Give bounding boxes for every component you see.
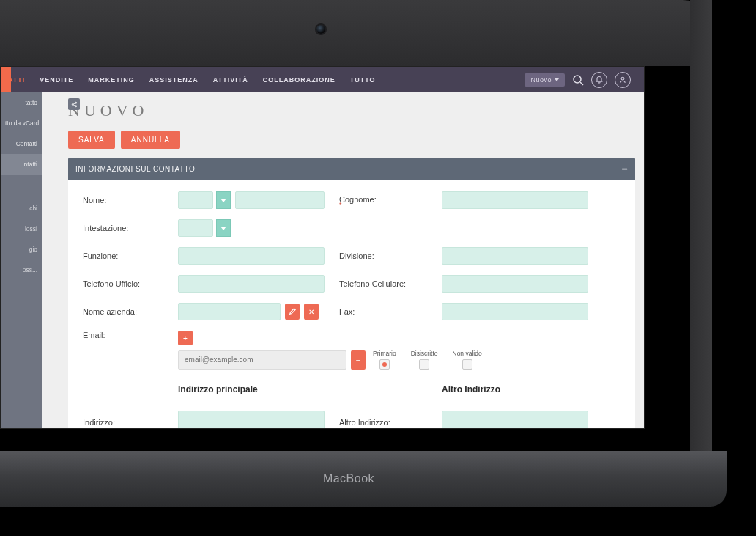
sb-vcard[interactable]: tto da vCard xyxy=(1,113,42,133)
email-add-icon[interactable]: + xyxy=(178,331,193,345)
action-row: SALVA ANNULLA xyxy=(42,131,644,158)
intestazione-dropdown-icon[interactable] xyxy=(216,219,231,237)
sb-blank[interactable] xyxy=(1,185,42,198)
sb-contatto[interactable]: tatto xyxy=(1,92,42,113)
intestazione-field[interactable] xyxy=(178,219,213,237)
svg-line-1 xyxy=(580,82,583,85)
fax-input[interactable] xyxy=(442,303,588,320)
azienda-edit-icon[interactable] xyxy=(285,304,300,320)
azienda-clear-icon[interactable]: ✕ xyxy=(304,304,319,320)
save-button[interactable]: SALVA xyxy=(68,131,115,149)
nonvalido-col: Non valido xyxy=(453,350,482,370)
sidebar: tatto tto da vCard Contatti ntatti chi l… xyxy=(1,92,42,428)
disiscritto-col: Disiscritto xyxy=(411,350,438,370)
laptop-frame: ATTI VENDITE MARKETING ASSISTENZA ATTIVI… xyxy=(0,0,756,536)
label-divisione: Divisione: xyxy=(339,252,427,260)
top-nav: ATTI VENDITE MARKETING ASSISTENZA ATTIVI… xyxy=(1,67,644,92)
label-nome: Nome: xyxy=(83,196,163,205)
email-row: – Primario Disiscritto xyxy=(178,350,482,370)
body: tatto tto da vCard Contatti ntatti chi l… xyxy=(1,92,644,428)
salutation-dropdown-icon[interactable] xyxy=(216,191,231,209)
nav-left: ATTI VENDITE MARKETING ASSISTENZA ATTIVI… xyxy=(1,76,383,84)
azienda-row: ✕ xyxy=(178,303,325,320)
laptop-bezel-right xyxy=(690,0,712,458)
panel-body: Nome: Cognome: xyxy=(68,180,635,428)
nav-vendite[interactable]: VENDITE xyxy=(32,76,81,84)
section-altro-indirizzo: Altro Indirizzo xyxy=(442,384,588,394)
email-remove-icon[interactable]: – xyxy=(351,350,366,370)
nome-group xyxy=(178,191,325,209)
altroind-input[interactable] xyxy=(442,411,588,428)
telcell-input[interactable] xyxy=(442,275,588,293)
sb-contatti[interactable]: Contatti xyxy=(1,133,42,154)
salutation-field[interactable] xyxy=(178,191,213,209)
nav-assistenza[interactable]: ASSISTENZA xyxy=(142,76,206,84)
svg-point-0 xyxy=(574,76,581,83)
label-funzione: Funzione: xyxy=(83,252,163,260)
label-cognome-text: Cognome: xyxy=(339,195,377,204)
label-telufficio: Telefono Ufficio: xyxy=(83,279,163,288)
main-content: NUOVO SALVA ANNULLA INFORMAZIONI SUL CON… xyxy=(42,92,644,428)
nav-attivita[interactable]: ATTIVITÀ xyxy=(206,76,256,84)
new-button-label: Nuovo xyxy=(530,76,552,84)
laptop-deck: MacBook xyxy=(0,451,727,507)
cognome-input[interactable] xyxy=(442,191,588,209)
sb-oss[interactable]: oss... xyxy=(1,260,42,280)
laptop-brand-label: MacBook xyxy=(323,472,374,485)
label-telcell: Telefono Cellulare: xyxy=(339,279,427,288)
nonvalido-checkbox[interactable] xyxy=(462,359,472,370)
label-primario: Primario xyxy=(373,350,396,357)
new-button[interactable]: Nuovo xyxy=(525,73,565,87)
label-indirizzo: Indirizzo: xyxy=(83,418,163,427)
camera-icon xyxy=(316,25,325,34)
collapse-icon[interactable]: – xyxy=(622,163,628,175)
email-input[interactable] xyxy=(178,350,346,370)
label-fax: Fax: xyxy=(339,307,427,316)
label-cognome: Cognome: * xyxy=(339,195,427,206)
svg-point-5 xyxy=(75,105,76,106)
user-icon[interactable] xyxy=(615,72,631,88)
nav-collaborazione[interactable]: COLLABORAZIONE xyxy=(256,76,343,84)
telufficio-input[interactable] xyxy=(178,275,325,293)
nav-marketing[interactable]: MARKETING xyxy=(81,76,142,84)
screen: ATTI VENDITE MARKETING ASSISTENZA ATTIVI… xyxy=(0,66,645,429)
search-icon[interactable] xyxy=(572,74,584,86)
label-altroind: Altro Indirizzo: xyxy=(339,418,427,427)
label-intestazione: Intestazione: xyxy=(83,224,163,232)
divisione-input[interactable] xyxy=(442,247,588,265)
intestazione-select[interactable] xyxy=(178,219,325,237)
sidebar-divider xyxy=(1,175,42,185)
svg-point-4 xyxy=(75,102,76,103)
salutation-select[interactable] xyxy=(178,191,231,209)
sb-contatti2[interactable]: ntatti xyxy=(1,154,42,175)
section-indirizzo-principale: Indirizzo principale xyxy=(178,384,325,394)
nav-tutto[interactable]: TUTTO xyxy=(343,76,383,84)
indirizzo-input[interactable] xyxy=(178,411,325,428)
nav-right: Nuovo xyxy=(525,72,644,88)
label-azienda: Nome azienda: xyxy=(83,307,163,316)
notifications-icon[interactable] xyxy=(591,72,607,88)
cancel-button[interactable]: ANNULLA xyxy=(121,131,180,149)
contact-info-panel: INFORMAZIONI SUL CONTATTO – Nome: xyxy=(68,158,635,428)
funzione-input[interactable] xyxy=(178,247,325,265)
email-controls: + – Primario xyxy=(178,331,482,370)
laptop-bezel xyxy=(0,0,712,66)
share-icon[interactable] xyxy=(68,98,80,110)
azienda-input[interactable] xyxy=(178,303,281,320)
sb-gio[interactable]: gio xyxy=(1,239,42,260)
disiscritto-checkbox[interactable] xyxy=(419,359,429,370)
label-nonvalido: Non valido xyxy=(453,350,482,357)
email-block: Email: + – Primario xyxy=(83,331,588,370)
form-grid: Nome: Cognome: xyxy=(83,191,620,428)
svg-point-3 xyxy=(72,103,73,105)
sb-rossi[interactable]: lossi xyxy=(1,219,42,239)
sb-chi[interactable]: chi xyxy=(1,198,42,219)
panel-header: INFORMAZIONI SUL CONTATTO – xyxy=(68,158,635,180)
email-flags: Primario Disiscritto xyxy=(373,350,482,370)
label-email: Email: xyxy=(83,331,163,339)
chevron-down-icon xyxy=(555,78,559,81)
primario-radio[interactable] xyxy=(379,359,390,370)
brand-accent xyxy=(1,67,11,92)
nome-input[interactable] xyxy=(235,191,325,209)
crm-app: ATTI VENDITE MARKETING ASSISTENZA ATTIVI… xyxy=(1,67,644,428)
